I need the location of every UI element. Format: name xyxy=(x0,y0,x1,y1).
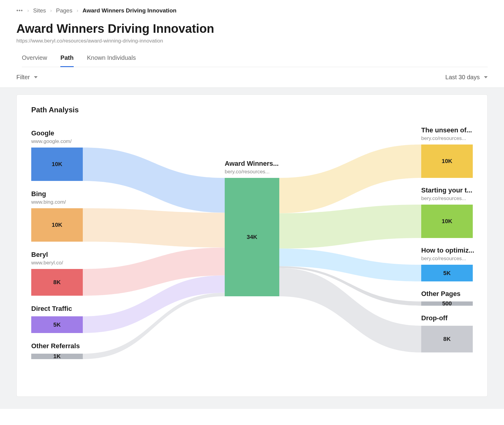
card-title: Path Analysis xyxy=(31,106,473,114)
breadcrumb: ••• › Sites › Pages › Award Winners Driv… xyxy=(16,7,488,14)
source-node[interactable]: 1K xyxy=(31,354,83,359)
target-value: 500 xyxy=(442,300,452,307)
breadcrumb-sites[interactable]: Sites xyxy=(33,7,46,14)
path-analysis-card: Path Analysis Googlewww.google.com/10KBi… xyxy=(16,94,488,397)
center-label: Award Winners... bery.co/resources... xyxy=(225,160,279,175)
source-label: Other Referrals xyxy=(31,342,80,350)
source-title: Google xyxy=(31,129,72,137)
source-title: Other Referrals xyxy=(31,342,80,350)
filter-label: Filter xyxy=(16,74,30,81)
source-value: 1K xyxy=(53,353,61,360)
sankey-link xyxy=(83,208,225,247)
target-node[interactable]: 5K xyxy=(421,265,473,281)
breadcrumb-pages[interactable]: Pages xyxy=(56,7,72,14)
target-node[interactable]: 10K xyxy=(421,144,473,178)
target-value: 5K xyxy=(443,270,451,277)
center-title: Award Winners... xyxy=(225,160,279,168)
chevron-right-icon: › xyxy=(77,8,78,13)
source-label: Direct Traffic xyxy=(31,305,72,313)
source-value: 10K xyxy=(52,161,62,168)
source-subtitle: www.beryl.co/ xyxy=(31,260,63,266)
chevron-down-icon xyxy=(34,76,38,78)
chevron-down-icon xyxy=(484,76,488,78)
source-title: Direct Traffic xyxy=(31,305,72,313)
source-label: Bingwww.bing.com/ xyxy=(31,190,66,205)
target-title: Starting your t... xyxy=(421,186,472,194)
center-subtitle: bery.co/resources... xyxy=(225,169,279,175)
source-subtitle: www.bing.com/ xyxy=(31,199,66,205)
page-title: Award Winners Driving Innovation xyxy=(16,22,488,36)
filter-bar: Filter Last 30 days xyxy=(0,67,504,88)
tab-overview[interactable]: Overview xyxy=(22,54,47,67)
target-label: The unseen of...bery.co/resources... xyxy=(421,126,472,141)
filter-dropdown[interactable]: Filter xyxy=(16,74,38,81)
tab-path[interactable]: Path xyxy=(60,54,73,67)
source-node[interactable]: 10K xyxy=(31,208,83,242)
source-subtitle: www.google.com/ xyxy=(31,138,72,144)
source-value: 8K xyxy=(53,279,61,286)
target-subtitle: bery.co/resources... xyxy=(421,195,472,202)
target-node[interactable]: 8K xyxy=(421,326,473,352)
source-label: Googlewww.google.com/ xyxy=(31,129,72,144)
target-label: Other Pages xyxy=(421,290,461,298)
source-node[interactable]: 8K xyxy=(31,269,83,296)
target-subtitle: bery.co/resources... xyxy=(421,135,472,141)
daterange-label: Last 30 days xyxy=(445,74,480,81)
target-label: Starting your t...bery.co/resources... xyxy=(421,186,472,202)
source-value: 5K xyxy=(53,321,61,328)
source-node[interactable]: 5K xyxy=(31,316,83,333)
sankey-link xyxy=(279,144,421,213)
target-node[interactable]: 500 xyxy=(421,301,473,306)
daterange-dropdown[interactable]: Last 30 days xyxy=(445,74,488,81)
tab-known-individuals[interactable]: Known Individuals xyxy=(87,54,136,67)
target-label: Drop-off xyxy=(421,314,448,322)
source-title: Bing xyxy=(31,190,66,198)
breadcrumb-current: Award Winners Driving Innovation xyxy=(82,7,176,14)
chevron-right-icon: › xyxy=(27,8,29,13)
source-title: Beryl xyxy=(31,251,63,259)
target-subtitle: bery.co/resources... xyxy=(421,256,474,262)
chevron-right-icon: › xyxy=(50,8,52,13)
target-title: Other Pages xyxy=(421,290,461,298)
tabs: Overview Path Known Individuals xyxy=(22,54,488,67)
target-node[interactable]: 10K xyxy=(421,205,473,238)
target-title: The unseen of... xyxy=(421,126,472,134)
sankey-chart: Googlewww.google.com/10KBingwww.bing.com… xyxy=(31,123,473,378)
target-title: Drop-off xyxy=(421,314,448,322)
sankey-link xyxy=(83,148,225,213)
source-node[interactable]: 10K xyxy=(31,148,83,181)
target-value: 10K xyxy=(442,218,452,225)
breadcrumb-menu-icon[interactable]: ••• xyxy=(16,8,23,14)
center-value: 34K xyxy=(247,234,257,240)
target-value: 8K xyxy=(443,336,451,342)
target-label: How to optimiz...bery.co/resources... xyxy=(421,246,474,262)
source-label: Berylwww.beryl.co/ xyxy=(31,251,63,266)
page-url: https://www.beryl.co/resources/award-win… xyxy=(16,38,488,44)
source-value: 10K xyxy=(52,222,62,228)
target-title: How to optimiz... xyxy=(421,246,474,254)
center-node[interactable]: 34K xyxy=(225,178,279,296)
target-value: 10K xyxy=(442,158,452,165)
